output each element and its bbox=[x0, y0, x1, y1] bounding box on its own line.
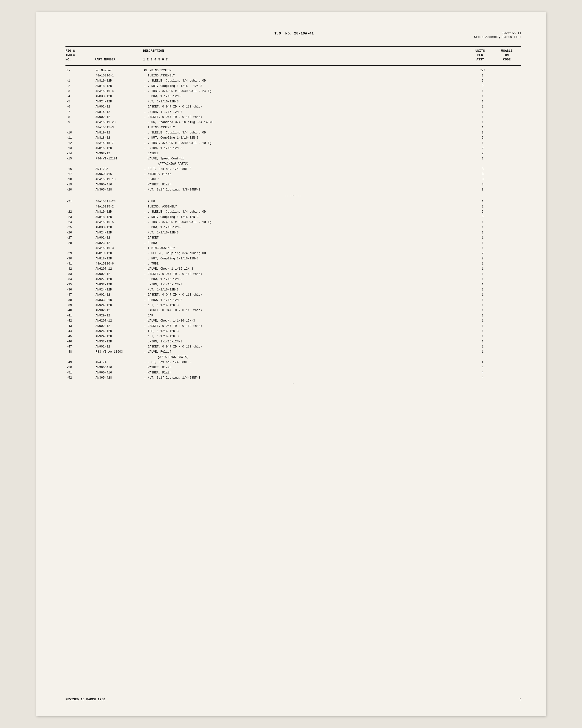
column-headers: FIG &INDEXNO. PART NUMBER DESCRIPTION1 2… bbox=[65, 49, 521, 63]
cell-fig: -27 bbox=[65, 235, 94, 240]
table-row: -14AN902-12. GASKET2 bbox=[65, 151, 521, 156]
table-row: -13AN815-12D. UNION, 1-1/16-12N-32 bbox=[65, 146, 521, 151]
cell-usable bbox=[492, 94, 521, 99]
cell-part: AN6207-12 bbox=[94, 266, 143, 271]
cell-units: 4 bbox=[473, 375, 492, 381]
cell-fig: -39 bbox=[65, 303, 94, 308]
cell-units: 1 bbox=[473, 313, 492, 318]
cell-usable bbox=[492, 241, 521, 246]
table-row: 48A15E15-2. TUBING, ASSEMBLY1 bbox=[65, 204, 521, 209]
table-row: -17AN960D416. WASHER, Plain3 bbox=[65, 172, 521, 177]
cell-fig: -47 bbox=[65, 344, 94, 349]
table-row: -2148A15E11-23. PLUG1 bbox=[65, 199, 521, 204]
cell-units: 1 bbox=[473, 282, 492, 287]
cell-usable bbox=[492, 277, 521, 282]
cell-part: 48A15E15-2 bbox=[94, 204, 143, 209]
cell-fig: -42 bbox=[65, 318, 94, 323]
cell-units: 1 bbox=[473, 125, 492, 130]
col-part-number: PART NUMBER bbox=[94, 49, 143, 62]
revised-date: REVISED 15 MARCH 1956 bbox=[65, 698, 105, 701]
table-row: -30AN818-12D. . NUT, Coupling 1-1/16-12N… bbox=[65, 256, 521, 261]
cell-fig: -34 bbox=[65, 277, 94, 282]
page-number: 5 bbox=[520, 698, 521, 701]
table-row: -40AN902-12. GASKET, 0.947 ID x 0.110 th… bbox=[65, 308, 521, 313]
cell-units: 2 bbox=[473, 135, 492, 140]
cell-part: AN924-12D bbox=[94, 287, 143, 292]
cell-part: AN902-12 bbox=[94, 292, 143, 297]
cell-units: 1 bbox=[473, 115, 492, 120]
cell-part: R94-VI-12101 bbox=[94, 156, 143, 161]
cell-part: 48A15E11-23 bbox=[94, 120, 143, 125]
separator-line: ---*--- bbox=[65, 382, 521, 386]
cell-fig: -2 bbox=[65, 84, 94, 89]
cell-units: 1 bbox=[473, 339, 492, 344]
cell-fig bbox=[65, 204, 94, 209]
page: T.O. No. 28-10A-41 Section II Group Asse… bbox=[36, 12, 546, 716]
cell-fig: -44 bbox=[65, 329, 94, 334]
table-row: 48A15E16-1. TUBING ASSEMBLY1 bbox=[65, 73, 521, 78]
table-row: -49AN4-7A. BOLT, Hex-hd, 1/4-28NF-34 bbox=[65, 360, 521, 365]
cell-part: 48A15E11-13 bbox=[94, 177, 143, 182]
cell-fig: -48 bbox=[65, 349, 94, 355]
cell-description: . . TUBE bbox=[143, 261, 473, 266]
cell-usable bbox=[492, 187, 521, 192]
cell-units: 1 bbox=[473, 246, 492, 251]
cell-description: . NUT, 1-1/16-12N-3 bbox=[143, 230, 473, 235]
cell-fig: -49 bbox=[65, 360, 94, 365]
cell-description: . ELBOW, 1-1/16-12N-3 bbox=[143, 298, 473, 303]
cell-units: 4 bbox=[473, 365, 492, 370]
cell-units: 1 bbox=[473, 120, 492, 125]
cell-description: . NUT, 1-1/16-12N-3 bbox=[143, 334, 473, 339]
cell-usable bbox=[492, 182, 521, 187]
cell-part: AN819-12D bbox=[94, 251, 143, 256]
cell-part: AN926-12D bbox=[94, 329, 143, 334]
cell-description: . BOLT, Hex-hd, 1/4-28NF-3 bbox=[143, 360, 473, 365]
cell-units: 1 bbox=[473, 277, 492, 282]
cell-fig: -24 bbox=[65, 220, 94, 225]
cell-fig: -13 bbox=[65, 146, 94, 151]
cell-units: 2 bbox=[473, 215, 492, 220]
cell-usable bbox=[492, 99, 521, 104]
cell-usable bbox=[492, 246, 521, 251]
cell-description: . UNION, 1-1/16-12N-3 bbox=[143, 146, 473, 151]
table-row: -3148A15E16-6. . TUBE1 bbox=[65, 261, 521, 266]
cell-units: 1 bbox=[473, 89, 492, 94]
cell-fig: -11 bbox=[65, 135, 94, 140]
cell-description: PLUMBING SYSTEM bbox=[143, 68, 473, 73]
cell-usable bbox=[492, 292, 521, 297]
cell-description: . VALVE, Speed Control bbox=[143, 156, 473, 161]
table-row: -6AN902-12. GASKET, 0.947 ID x 0.110 thi… bbox=[65, 104, 521, 109]
cell-description: . SPACER bbox=[143, 177, 473, 182]
cell-description: . WASHER, Plain bbox=[143, 182, 473, 187]
cell-fig bbox=[65, 246, 94, 251]
group-label: Group Assembly Parts List bbox=[474, 35, 521, 39]
cell-description: . TEE, 1-1/16-12N-3 bbox=[143, 329, 473, 334]
cell-description: . . TUBE, 3/4 OD x 0.049 wall x 10 lg bbox=[143, 220, 473, 225]
cell-units: 2 bbox=[473, 84, 492, 89]
cell-fig: -18 bbox=[65, 177, 94, 182]
cell-description: . TUBING ASSEMBLY bbox=[143, 125, 473, 130]
cell-usable bbox=[492, 151, 521, 156]
cell-fig: -1 bbox=[65, 78, 94, 83]
cell-description: . NUT, 1-1/16-12N-3 bbox=[143, 287, 473, 292]
cell-fig: -46 bbox=[65, 339, 94, 344]
table-row: 48A15E16-3. TUBING ASSEMBLY1 bbox=[65, 246, 521, 251]
cell-units: 1 bbox=[473, 73, 492, 78]
cell-description: (ATTACHING PARTS) bbox=[143, 355, 473, 360]
cell-description: . . NUT, Coupling 1-1/16-12N-3 bbox=[143, 256, 473, 261]
cell-usable bbox=[492, 349, 521, 355]
cell-units: 1 bbox=[473, 220, 492, 225]
table-row: -15R94-VI-12101. VALVE, Speed Control1 bbox=[65, 156, 521, 161]
cell-usable bbox=[492, 370, 521, 375]
table-row: -43AN902-12. GASKET, 0.947 ID x 0.110 th… bbox=[65, 324, 521, 329]
table-row: -2448A15E16-5. . TUBE, 3/4 OD x 0.049 wa… bbox=[65, 220, 521, 225]
cell-usable bbox=[492, 344, 521, 349]
cell-part: No Number bbox=[94, 68, 143, 73]
table-row: 48A15E15-3. TUBING ASSEMBLY1 bbox=[65, 125, 521, 130]
cell-description: . VALVE, Check, 1-1/16-12N-3 bbox=[143, 318, 473, 323]
cell-description: . NUT, Self locking, 3/8-24NF-3 bbox=[143, 187, 473, 192]
cell-description: . ELBOW, 1-1/16-12N-3 bbox=[143, 277, 473, 282]
cell-fig: -30 bbox=[65, 256, 94, 261]
table-row: -26AN924-12D. NUT, 1-1/16-12N-31 bbox=[65, 230, 521, 235]
cell-usable bbox=[492, 167, 521, 172]
